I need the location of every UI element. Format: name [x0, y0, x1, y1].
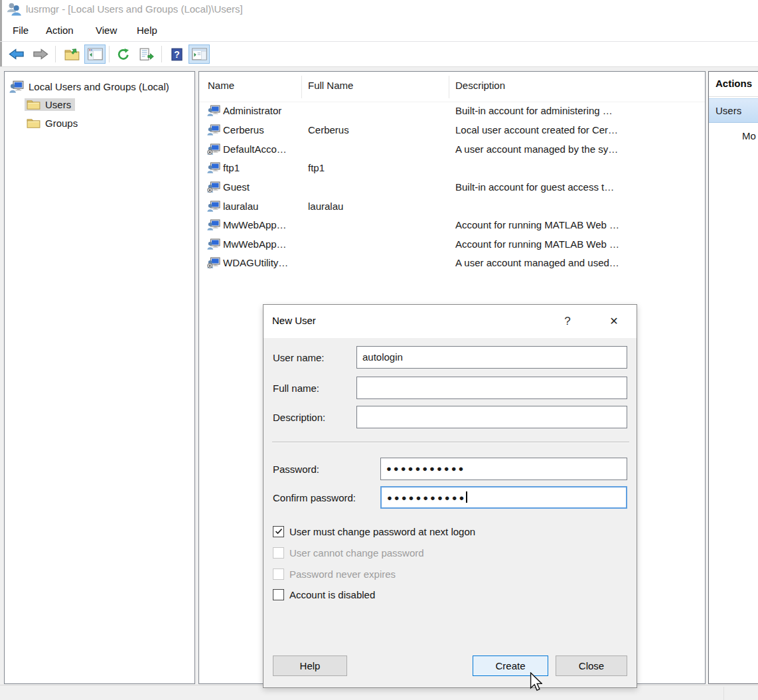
- cell-description: Account for running MATLAB Web …: [455, 219, 619, 230]
- forward-button[interactable]: [30, 44, 51, 64]
- list-header: Name Full Name Description: [199, 74, 705, 100]
- help-button[interactable]: [166, 44, 187, 64]
- show-action-pane-button[interactable]: [189, 44, 210, 64]
- mouse-cursor: [530, 672, 542, 692]
- export-list-button[interactable]: [136, 44, 157, 64]
- menu-file[interactable]: File: [13, 25, 29, 36]
- password-masked-value: ●●●●●●●●●●●: [386, 458, 465, 480]
- menu-view[interactable]: View: [96, 25, 117, 36]
- password-field[interactable]: ●●●●●●●●●●●: [380, 458, 627, 480]
- menu-help[interactable]: Help: [137, 25, 157, 36]
- cell-name: Cerberus: [223, 124, 264, 135]
- table-row-mwwebapp1[interactable]: MwWebApp… Account for running MATLAB Web…: [199, 216, 705, 235]
- dialog-separator: [272, 442, 629, 443]
- cell-description: Built-in account for guest access t…: [455, 181, 614, 193]
- password-label: Password:: [273, 464, 319, 475]
- checkbox-account-disabled[interactable]: Account is disabled: [273, 588, 375, 600]
- actions-panel: Actions Users Mo: [708, 71, 758, 684]
- user-name-field[interactable]: autologin: [356, 346, 627, 369]
- table-row-guest[interactable]: Guest Built-in account for guest access …: [199, 178, 705, 197]
- column-divider[interactable]: [449, 76, 449, 98]
- user-disabled-icon: [207, 257, 220, 268]
- checkbox-label: Password never expires: [289, 569, 396, 580]
- tree-node-users[interactable]: Users: [25, 96, 75, 113]
- actions-users-label: Users: [716, 105, 741, 116]
- tree-groups-label: Groups: [45, 118, 78, 129]
- checkbox-checked[interactable]: [273, 526, 284, 537]
- cell-full-name: lauralau: [308, 201, 343, 212]
- folder-icon: [27, 99, 40, 110]
- user-name-label: User name:: [273, 352, 325, 363]
- column-header-name[interactable]: Name: [208, 80, 234, 91]
- back-arrow-icon: [9, 48, 25, 60]
- help-dialog-button[interactable]: Help: [273, 656, 347, 676]
- show-console-tree-button[interactable]: [84, 44, 106, 64]
- user-disabled-icon: [207, 143, 220, 155]
- tree-node-groups[interactable]: Groups: [27, 115, 78, 131]
- table-row-mwwebapp2[interactable]: MwWebApp… Account for running MATLAB Web…: [199, 235, 705, 254]
- actions-more-actions[interactable]: Mo: [742, 130, 756, 141]
- checkbox-disabled: [273, 569, 284, 580]
- full-name-field[interactable]: [356, 377, 627, 399]
- checkbox-must-change-password[interactable]: User must change password at next logon: [273, 525, 475, 537]
- tree-root-node[interactable]: Local Users and Groups (Local): [9, 78, 169, 95]
- toolbar-separator: [55, 46, 56, 62]
- user-icon: [207, 238, 220, 250]
- dialog-help-button[interactable]: ?: [558, 313, 577, 330]
- refresh-button[interactable]: [113, 44, 134, 64]
- column-header-description[interactable]: Description: [455, 80, 505, 91]
- cell-description: A user account managed and used…: [455, 257, 619, 268]
- cell-name: MwWebApp…: [223, 219, 287, 230]
- table-row-ftp1[interactable]: ftp1 ftp1: [199, 159, 705, 178]
- action-pane-icon: [192, 48, 207, 60]
- user-icon: [207, 124, 220, 135]
- cell-description: A user account managed by the sy…: [455, 143, 618, 155]
- checkbox-cannot-change-password: User cannot change password: [273, 547, 424, 559]
- new-user-dialog: New User ? ✕ User name: autologin Full n…: [263, 304, 637, 688]
- console-tree-icon: [88, 48, 103, 60]
- description-field[interactable]: [356, 406, 627, 428]
- back-button[interactable]: [6, 44, 27, 64]
- actions-item-users[interactable]: Users: [709, 98, 758, 123]
- checkbox-unchecked[interactable]: [273, 589, 284, 600]
- table-row-cerberus[interactable]: Cerberus Cerberus Local user account cre…: [199, 121, 705, 140]
- checkbox-label: Account is disabled: [289, 589, 375, 600]
- checkbox-label: User cannot change password: [289, 547, 424, 559]
- actions-header-divider: [709, 96, 758, 97]
- cell-name: ftp1: [223, 162, 240, 173]
- confirm-password-field[interactable]: ●●●●●●●●●●●: [380, 486, 627, 509]
- column-divider[interactable]: [301, 76, 302, 98]
- description-label: Description:: [273, 412, 325, 423]
- dialog-title: New User: [272, 315, 316, 326]
- cell-name: MwWebApp…: [223, 238, 287, 250]
- full-name-label: Full name:: [273, 383, 319, 394]
- refresh-icon: [117, 48, 130, 61]
- checkbox-label: User must change password at next logon: [289, 526, 475, 537]
- user-name-value: autologin: [362, 347, 403, 368]
- user-disabled-icon: [207, 181, 220, 193]
- menu-action[interactable]: Action: [46, 25, 74, 36]
- cell-name: DefaultAcco…: [223, 143, 287, 155]
- table-row-defaultaccount[interactable]: DefaultAcco… A user account managed by t…: [199, 140, 705, 159]
- status-bar-divider: [723, 687, 724, 700]
- user-icon: [207, 105, 220, 116]
- cell-description: Local user account created for Cer…: [455, 124, 618, 135]
- title-bar: lusrmgr - [Local Users and Groups (Local…: [2, 0, 758, 19]
- cell-name: lauralau: [223, 201, 258, 212]
- help-icon: [171, 48, 183, 61]
- close-button[interactable]: Close: [556, 656, 627, 676]
- up-one-level-button[interactable]: [61, 44, 82, 64]
- export-list-icon: [139, 48, 154, 61]
- tree-root-label: Local Users and Groups (Local): [29, 81, 169, 92]
- table-row-lauralau[interactable]: lauralau lauralau: [199, 197, 705, 217]
- user-icon: [207, 219, 220, 230]
- dialog-close-icon[interactable]: ✕: [603, 312, 625, 331]
- table-row-wdagutility[interactable]: WDAGUtility… A user account managed and …: [199, 254, 705, 273]
- app-icon: [6, 2, 22, 17]
- confirm-password-label: Confirm password:: [273, 492, 356, 503]
- dialog-title-bar: New User ? ✕: [264, 305, 637, 338]
- column-header-full-name[interactable]: Full Name: [308, 80, 353, 91]
- window-title: lusrmgr - [Local Users and Groups (Local…: [26, 3, 243, 15]
- table-row-administrator[interactable]: Administrator Built-in account for admin…: [199, 102, 705, 121]
- user-icon: [207, 201, 220, 212]
